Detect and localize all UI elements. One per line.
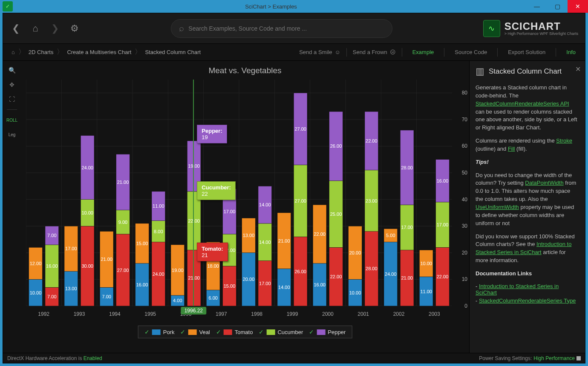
chart-title: Meat vs. Vegetables: [21, 61, 469, 78]
svg-text:13.00: 13.00: [243, 233, 255, 238]
svg-text:18.00: 18.00: [207, 263, 219, 269]
api-link[interactable]: StackedColumnRenderableSeries API: [476, 100, 569, 107]
logo: ∿ SCICHART > High Performance WPF Silver…: [483, 20, 578, 37]
tab-info[interactable]: Info: [562, 49, 580, 55]
svg-text:20.00: 20.00: [243, 277, 255, 282]
svg-text:10.00: 10.00: [420, 261, 432, 266]
svg-text:28.00: 28.00: [401, 165, 413, 170]
forward-button[interactable]: ❯: [49, 23, 61, 34]
x-axis: 1992199319941995199619971998199920002001…: [26, 309, 452, 321]
svg-text:15.00: 15.00: [224, 283, 236, 289]
zoom-button[interactable]: 🔍: [6, 64, 18, 76]
svg-text:15.00: 15.00: [136, 241, 148, 246]
svg-text:25.00: 25.00: [330, 212, 342, 217]
legend-button[interactable]: Leg: [6, 129, 18, 140]
legend: ✓Pork✓Veal✓Tomato✓Cucumber✓Pepper: [138, 326, 352, 338]
panel-title: Stacked Column Chart: [489, 67, 562, 76]
back-button[interactable]: ❮: [10, 23, 22, 34]
pan-button[interactable]: ✥: [6, 79, 18, 91]
check-icon: ✓: [259, 329, 264, 335]
maximize-button[interactable]: ▢: [547, 0, 568, 13]
tooltip-cucumber: Cucumber:22: [197, 181, 236, 200]
search-box[interactable]: ⌕: [171, 19, 392, 38]
cursor-value-badge: 1996.22: [181, 307, 206, 315]
x-tick-label: 1994: [109, 311, 121, 317]
x-tick-label: 1992: [38, 311, 49, 317]
tab-export-solution[interactable]: Export Solution: [504, 49, 550, 55]
svg-text:14.00: 14.00: [278, 285, 290, 290]
doc-link[interactable]: Introduction to Stacked Series in SciCha…: [476, 283, 559, 296]
y-tick-label: 50: [462, 170, 467, 176]
legend-item[interactable]: ✓Cucumber: [259, 329, 303, 335]
legend-item[interactable]: ✓Tomato: [216, 329, 253, 335]
chart-toolbar: 🔍 ✥ ⛶ ROLL Leg: [3, 61, 21, 353]
check-icon: ✓: [144, 329, 150, 335]
send-smile-button[interactable]: Send a Smile☺: [299, 49, 340, 55]
close-button[interactable]: ✕: [568, 0, 588, 13]
panel-text: Generates a Stacked column chart in code…: [476, 84, 579, 132]
check-icon: ✓: [180, 329, 185, 335]
legend-swatch: [152, 329, 161, 335]
legend-label: Pepper: [328, 329, 346, 335]
breadcrumb-item[interactable]: 2D Charts: [25, 49, 57, 55]
svg-text:24.00: 24.00: [385, 272, 397, 277]
smile-icon: ☺: [334, 49, 340, 55]
svg-text:21.00: 21.00: [117, 180, 129, 185]
datapointwidth-link[interactable]: DataPointWidth: [525, 180, 563, 186]
svg-text:7.00: 7.00: [47, 233, 56, 238]
svg-text:16.00: 16.00: [437, 178, 449, 183]
legend-label: Tomato: [235, 329, 253, 335]
breadcrumb-item[interactable]: Stacked Column Chart: [141, 49, 204, 55]
svg-text:14.00: 14.00: [259, 240, 271, 245]
x-tick-label: 2000: [322, 311, 334, 317]
legend-item[interactable]: ✓Pepper: [309, 329, 346, 335]
y-tick-label: 10: [462, 276, 467, 282]
docs-heading: Documentation Links: [476, 270, 579, 278]
doc-link[interactable]: StackedColumnRenderableSeries Type: [479, 297, 576, 304]
svg-text:7.00: 7.00: [102, 294, 111, 299]
svg-text:22.00: 22.00: [437, 274, 449, 279]
tooltip-pepper: Pepper:19: [197, 125, 227, 143]
x-tick-label: 1999: [287, 311, 298, 317]
settings-button[interactable]: ⚙: [69, 23, 81, 34]
x-tick-label: 1998: [251, 311, 262, 317]
power-icon[interactable]: [576, 356, 581, 360]
rollover-button[interactable]: ROLL: [6, 114, 18, 126]
search-input[interactable]: [188, 25, 384, 32]
breadcrumb-home-icon[interactable]: ⌂: [8, 49, 18, 55]
home-button[interactable]: ⌂: [29, 23, 41, 34]
send-frown-button[interactable]: Send a Frown☹: [353, 49, 396, 55]
check-icon: ✓: [309, 329, 314, 335]
svg-text:9.00: 9.00: [118, 220, 127, 225]
svg-text:24.00: 24.00: [81, 165, 93, 170]
y-tick-label: 30: [462, 223, 467, 229]
logo-icon: ∿: [483, 20, 500, 37]
chart-area[interactable]: Meat vs. Vegetables 10.0012.007.0016.007…: [21, 61, 469, 353]
svg-text:16.00: 16.00: [136, 282, 148, 287]
panel-text: Columns are rendered using the Stroke (o…: [476, 137, 579, 153]
svg-text:7.00: 7.00: [47, 294, 56, 299]
svg-text:10.00: 10.00: [30, 290, 42, 295]
useuniformwidth-link[interactable]: UseUniformWidth: [476, 204, 519, 210]
legend-item[interactable]: ✓Veal: [180, 329, 210, 335]
stroke-link[interactable]: Stroke: [556, 137, 572, 144]
svg-text:21.00: 21.00: [278, 238, 290, 243]
breadcrumb-row: ⌂ 〉 2D Charts 〉 Create a Multiseries Cha…: [3, 44, 585, 61]
chart-plot[interactable]: 10.0012.007.0016.007.0013.0017.0030.0010…: [26, 80, 452, 306]
svg-text:19.00: 19.00: [172, 268, 184, 273]
svg-text:28.00: 28.00: [366, 266, 378, 271]
tab-example[interactable]: Example: [408, 49, 438, 55]
extents-button[interactable]: ⛶: [6, 93, 18, 105]
breadcrumb-item[interactable]: Create a Multiseries Chart: [63, 49, 135, 55]
tab-source-code[interactable]: Source Code: [450, 49, 491, 55]
close-panel-button[interactable]: ✕: [575, 65, 581, 73]
svg-text:17.00: 17.00: [401, 225, 413, 230]
svg-text:4.00: 4.00: [173, 298, 182, 303]
fill-link[interactable]: Fill: [508, 146, 515, 152]
minimize-button[interactable]: —: [527, 0, 547, 13]
x-tick-label: 1995: [144, 311, 156, 317]
legend-item[interactable]: ✓Pork: [144, 329, 175, 335]
tooltip-tomato: Tomato:21: [197, 243, 228, 261]
status-left: DirectX Hardware Acceleration is Enabled: [7, 355, 102, 361]
legend-swatch: [224, 329, 232, 335]
